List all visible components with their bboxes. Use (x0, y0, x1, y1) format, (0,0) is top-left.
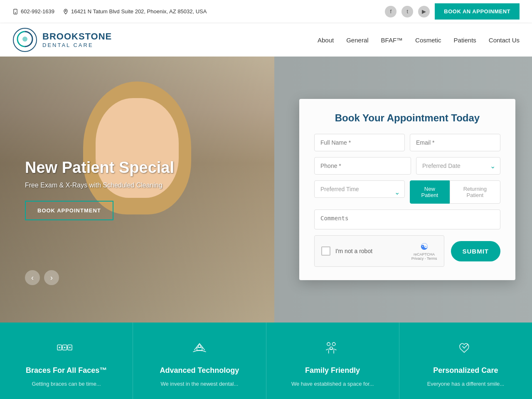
form-row-4 (314, 209, 500, 229)
feature-family-title: Family Friendly (279, 366, 387, 375)
form-row-1 (314, 134, 500, 151)
submit-button[interactable]: SUBMIT (451, 241, 501, 261)
twitter-icon[interactable]: t (401, 6, 413, 17)
preferred-time-select[interactable]: Preferred Time (314, 180, 405, 198)
form-row-3: Preferred Time ⌄ New Patient Returning P… (314, 180, 500, 204)
carousel-controls: ‹ › (25, 270, 59, 285)
feature-care: Personalized Care Everyone has a differe… (399, 323, 532, 399)
full-name-input[interactable] (314, 134, 405, 151)
recaptcha-logo: ☯ reCAPTCHA Privacy - Terms (411, 241, 437, 261)
hero-title: New Patient Special (25, 159, 174, 177)
top-bar-contact: 602-992-1639 16421 N Tatum Blvd Suite 20… (12, 8, 207, 15)
svg-point-12 (69, 347, 71, 348)
svg-point-2 (65, 10, 66, 11)
header: BROOKSTONE DENTAL CARE About General BFA… (0, 23, 532, 57)
recaptcha-links: Privacy - Terms (411, 256, 437, 261)
book-appointment-button[interactable]: BOOK APPOINTMENT (25, 201, 113, 220)
svg-point-16 (332, 342, 336, 346)
phone-input[interactable] (314, 157, 411, 175)
form-title: Book Your Appointment Today (314, 112, 500, 124)
top-bar-right: f t ▶ BOOK AN APPOINMENT (385, 3, 520, 20)
phone-icon (12, 9, 18, 15)
patient-type-toggle: New Patient Returning Patient (410, 180, 500, 204)
hero-content: New Patient Special Free Exam & X-Rays w… (25, 159, 174, 220)
logo: BROOKSTONE DENTAL CARE (12, 27, 112, 52)
phone-number: 602-992-1639 (21, 8, 54, 15)
nav-cosmetic[interactable]: Cosmetic (415, 37, 441, 44)
features-section: Braces For All Faces™ Getting braces can… (0, 323, 532, 399)
hero-subtitle: Free Exam & X-Rays with Scheduled Cleani… (25, 182, 174, 189)
brand-subtitle: DENTAL CARE (42, 42, 112, 49)
svg-point-1 (15, 12, 15, 13)
location-icon (63, 9, 69, 15)
carousel-next-button[interactable]: › (44, 270, 59, 285)
svg-point-4 (22, 37, 27, 42)
booking-form: Book Your Appointment Today Preferred Da… (299, 99, 515, 280)
main-nav: About General BFAF™ Cosmetic Patients Co… (318, 37, 520, 44)
phone-info: 602-992-1639 (12, 8, 54, 15)
recaptcha-box: I'm not a robot ☯ reCAPTCHA Privacy - Te… (314, 235, 444, 267)
book-appoinment-button[interactable]: BOOK AN APPOINMENT (435, 3, 520, 20)
feature-care-desc: Everyone has a different smile... (412, 380, 520, 388)
feature-family: Family Friendly We have established a sp… (266, 323, 399, 399)
feature-braces: Braces For All Faces™ Getting braces can… (0, 323, 133, 399)
braces-icon (12, 339, 120, 360)
nav-bfaf[interactable]: BFAF™ (381, 37, 403, 44)
hero-section: New Patient Special Free Exam & X-Rays w… (0, 57, 532, 323)
nav-about[interactable]: About (318, 37, 334, 44)
svg-point-11 (64, 347, 65, 348)
form-row-2: Preferred Date ⌄ (314, 157, 500, 175)
recaptcha-label: I'm not a robot (335, 248, 406, 254)
email-input[interactable] (410, 134, 500, 151)
address-info: 16421 N Tatum Blvd Suite 202, Phoenix, A… (63, 8, 207, 15)
nav-general[interactable]: General (346, 37, 368, 44)
preferred-date-select[interactable]: Preferred Date (416, 157, 500, 175)
top-bar: 602-992-1639 16421 N Tatum Blvd Suite 20… (0, 0, 532, 23)
svg-point-15 (327, 342, 330, 346)
feature-care-title: Personalized Care (412, 366, 520, 375)
recaptcha-brand: reCAPTCHA (414, 252, 435, 256)
feature-braces-title: Braces For All Faces™ (12, 366, 120, 375)
care-icon (412, 339, 520, 360)
logo-text: BROOKSTONE DENTAL CARE (42, 31, 112, 49)
preferred-date-wrapper: Preferred Date ⌄ (416, 157, 500, 175)
form-bottom: I'm not a robot ☯ reCAPTCHA Privacy - Te… (314, 235, 500, 267)
youtube-icon[interactable]: ▶ (418, 6, 430, 17)
family-icon (279, 339, 387, 360)
recaptcha-icon: ☯ (420, 241, 429, 252)
feature-braces-desc: Getting braces can be time... (12, 380, 120, 388)
logo-icon (12, 27, 37, 52)
svg-point-10 (59, 347, 60, 348)
svg-point-14 (198, 345, 201, 347)
recaptcha-checkbox[interactable] (321, 246, 330, 256)
brand-name: BROOKSTONE (42, 31, 112, 42)
nav-patients[interactable]: Patients (454, 37, 476, 44)
facebook-icon[interactable]: f (385, 6, 397, 17)
feature-technology-title: Advanced Technology (145, 366, 253, 375)
feature-family-desc: We have established a space for... (279, 380, 387, 388)
feature-technology: Advanced Technology We invest in the new… (133, 323, 266, 399)
carousel-prev-button[interactable]: ‹ (25, 270, 40, 285)
new-patient-button[interactable]: New Patient (410, 180, 450, 204)
address-text: 16421 N Tatum Blvd Suite 202, Phoenix, A… (71, 8, 207, 15)
comments-textarea[interactable] (314, 209, 500, 229)
nav-contact[interactable]: Contact Us (489, 37, 520, 44)
preferred-time-wrapper: Preferred Time ⌄ (314, 180, 405, 204)
technology-icon (145, 339, 253, 360)
returning-patient-button[interactable]: Returning Patient (450, 180, 500, 204)
feature-technology-desc: We invest in the newest dental... (145, 380, 253, 388)
